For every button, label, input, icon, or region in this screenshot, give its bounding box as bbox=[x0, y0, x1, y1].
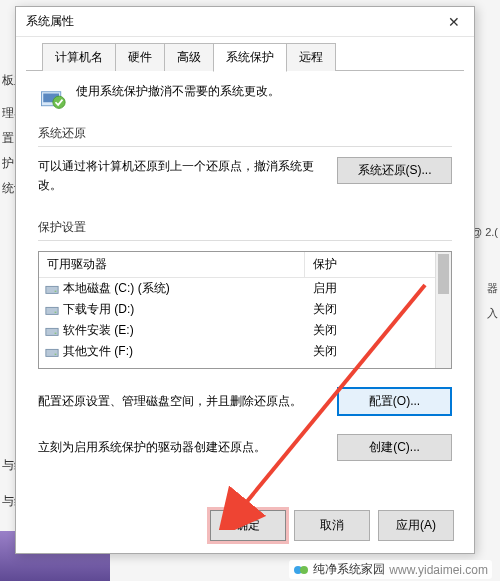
svg-rect-4 bbox=[55, 291, 57, 292]
tab-system-protection[interactable]: 系统保护 bbox=[213, 43, 287, 72]
drive-status: 关闭 bbox=[305, 343, 435, 360]
system-restore-button[interactable]: 系统还原(S)... bbox=[337, 157, 452, 184]
tab-remote[interactable]: 远程 bbox=[286, 43, 336, 71]
restore-section-title: 系统还原 bbox=[38, 125, 452, 142]
drive-list-header: 可用驱动器 保护 bbox=[39, 252, 435, 278]
svg-rect-6 bbox=[55, 312, 57, 313]
drive-row[interactable]: 下载专用 (D:) 关闭 bbox=[39, 299, 435, 320]
drive-name: 下载专用 (D:) bbox=[63, 301, 134, 318]
disk-icon bbox=[45, 345, 59, 359]
close-icon: ✕ bbox=[448, 14, 460, 30]
system-properties-dialog: 系统属性 ✕ 计算机名 硬件 高级 系统保护 远程 使用系统保护撤消不需要的系统… bbox=[15, 6, 475, 554]
disk-icon bbox=[45, 324, 59, 338]
create-button[interactable]: 创建(C)... bbox=[337, 434, 452, 461]
configure-row: 配置还原设置、管理磁盘空间，并且删除还原点。 配置(O)... bbox=[38, 387, 452, 416]
scrollbar[interactable] bbox=[435, 252, 451, 368]
restore-row: 可以通过将计算机还原到上一个还原点，撤消系统更改。 系统还原(S)... bbox=[38, 157, 452, 195]
dialog-title: 系统属性 bbox=[26, 13, 74, 30]
svg-rect-9 bbox=[46, 349, 58, 356]
close-button[interactable]: ✕ bbox=[434, 7, 474, 37]
drive-row[interactable]: 软件安装 (E:) 关闭 bbox=[39, 320, 435, 341]
svg-rect-8 bbox=[55, 333, 57, 334]
settings-section-title: 保护设置 bbox=[38, 219, 452, 236]
column-protection[interactable]: 保护 bbox=[305, 252, 435, 277]
tab-computer-name[interactable]: 计算机名 bbox=[42, 43, 116, 71]
tab-content: 使用系统保护撤消不需要的系统更改。 系统还原 可以通过将计算机还原到上一个还原点… bbox=[16, 71, 474, 473]
drive-list: 可用驱动器 保护 本地磁盘 (C:) (系统) 启用 下载专用 (D:) 关闭 bbox=[38, 251, 452, 369]
titlebar: 系统属性 ✕ bbox=[16, 7, 474, 37]
drive-status: 关闭 bbox=[305, 322, 435, 339]
drive-list-body: 可用驱动器 保护 本地磁盘 (C:) (系统) 启用 下载专用 (D:) 关闭 bbox=[39, 252, 435, 368]
apply-button[interactable]: 应用(A) bbox=[378, 510, 454, 541]
dialog-footer: 确定 取消 应用(A) bbox=[210, 510, 454, 541]
watermark: 纯净系统家园 www.yidaimei.com bbox=[289, 560, 492, 579]
intro-text: 使用系统保护撤消不需要的系统更改。 bbox=[76, 83, 280, 100]
tab-strip: 计算机名 硬件 高级 系统保护 远程 bbox=[16, 37, 474, 71]
protection-icon bbox=[38, 83, 66, 111]
drive-row[interactable]: 其他文件 (F:) 关闭 bbox=[39, 341, 435, 362]
svg-rect-10 bbox=[55, 354, 57, 355]
disk-icon bbox=[45, 303, 59, 317]
drive-name: 其他文件 (F:) bbox=[63, 343, 133, 360]
logo-icon bbox=[293, 562, 309, 578]
tab-advanced[interactable]: 高级 bbox=[164, 43, 214, 71]
svg-rect-7 bbox=[46, 328, 58, 335]
drive-status: 启用 bbox=[305, 280, 435, 297]
svg-point-13 bbox=[300, 566, 308, 574]
drive-row[interactable]: 本地磁盘 (C:) (系统) 启用 bbox=[39, 278, 435, 299]
scrollbar-thumb[interactable] bbox=[438, 254, 449, 294]
tab-hardware[interactable]: 硬件 bbox=[115, 43, 165, 71]
intro-row: 使用系统保护撤消不需要的系统更改。 bbox=[38, 83, 452, 111]
create-text: 立刻为启用系统保护的驱动器创建还原点。 bbox=[38, 438, 337, 457]
bg-text: 置 bbox=[2, 130, 14, 147]
svg-rect-5 bbox=[46, 307, 58, 314]
restore-text: 可以通过将计算机还原到上一个还原点，撤消系统更改。 bbox=[38, 157, 327, 195]
bg-text: 护 bbox=[2, 155, 14, 172]
configure-button[interactable]: 配置(O)... bbox=[337, 387, 452, 416]
drive-name: 软件安装 (E:) bbox=[63, 322, 134, 339]
disk-icon bbox=[45, 282, 59, 296]
drive-name: 本地磁盘 (C:) (系统) bbox=[63, 280, 170, 297]
configure-text: 配置还原设置、管理磁盘空间，并且删除还原点。 bbox=[38, 392, 337, 411]
svg-rect-3 bbox=[46, 286, 58, 293]
divider bbox=[38, 240, 452, 241]
watermark-brand: 纯净系统家园 bbox=[313, 561, 385, 578]
bg-text: 器 bbox=[487, 281, 498, 296]
watermark-url: www.yidaimei.com bbox=[389, 563, 488, 577]
drive-status: 关闭 bbox=[305, 301, 435, 318]
ok-button[interactable]: 确定 bbox=[210, 510, 286, 541]
cancel-button[interactable]: 取消 bbox=[294, 510, 370, 541]
column-drive[interactable]: 可用驱动器 bbox=[39, 252, 305, 277]
create-row: 立刻为启用系统保护的驱动器创建还原点。 创建(C)... bbox=[38, 434, 452, 461]
divider bbox=[38, 146, 452, 147]
svg-point-2 bbox=[53, 96, 65, 108]
bg-text: 入 bbox=[487, 306, 498, 321]
